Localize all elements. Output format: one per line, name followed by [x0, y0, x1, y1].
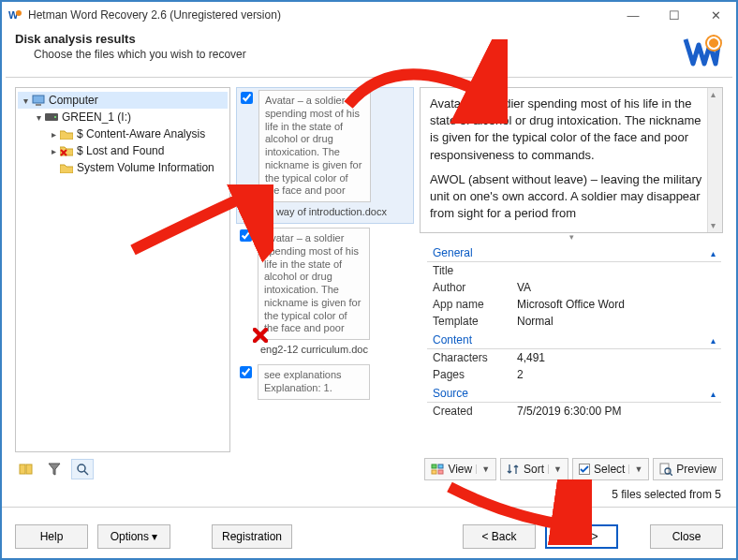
- back-button[interactable]: < Back: [463, 524, 536, 549]
- page-header: Disk analysis results Choose the files w…: [2, 28, 736, 77]
- computer-icon: [31, 94, 46, 107]
- tree-node-sysvol[interactable]: System Volume Information: [18, 159, 228, 176]
- svg-point-2: [16, 10, 22, 16]
- tree-node-content-aware[interactable]: ▸ $ Content-Aware Analysis: [18, 125, 228, 142]
- close-window-button[interactable]: ✕: [695, 2, 736, 28]
- svg-rect-14: [432, 470, 436, 474]
- preview-icon: [659, 463, 672, 476]
- titlebar: W Hetman Word Recovery 2.6 (Unregistered…: [2, 2, 736, 28]
- svg-point-7: [54, 116, 56, 118]
- tree-label: GREEN_1 (I:): [62, 111, 131, 124]
- view-icon: [431, 464, 444, 475]
- file-checkbox[interactable]: [240, 366, 252, 378]
- file-item[interactable]: Avatar – a soldier spending most of his …: [236, 87, 414, 224]
- view-button[interactable]: View▼: [424, 458, 496, 480]
- minimize-button[interactable]: —: [613, 2, 654, 28]
- svg-rect-13: [438, 464, 443, 468]
- folder-tree[interactable]: ▾ Computer ▾ GREEN_1 (I:) ▸ $ Content-Aw…: [15, 87, 230, 452]
- file-checkbox[interactable]: [241, 92, 253, 104]
- properties-panel: General▴ Title AuthorVA App nameMicrosof…: [420, 241, 723, 452]
- options-button[interactable]: Options ▾: [97, 524, 170, 549]
- file-name: eng2-12 curriculum.doc: [240, 344, 368, 355]
- tree-node-computer[interactable]: ▾ Computer: [18, 92, 228, 109]
- status-text: 5 files selected from 5: [2, 482, 736, 503]
- deleted-overlay-icon: [254, 190, 269, 205]
- app-icon: W: [7, 7, 22, 22]
- tree-label: $ Lost and Found: [77, 144, 164, 157]
- sort-icon: [507, 463, 520, 476]
- file-checkbox[interactable]: [240, 229, 252, 242]
- drive-icon: [44, 111, 59, 124]
- svg-line-11: [84, 471, 88, 475]
- button-label: View: [448, 463, 472, 476]
- button-label: Select: [594, 463, 625, 476]
- svg-rect-8: [20, 464, 25, 474]
- preview-paragraph: Avatar – a soldier spending most of his …: [430, 96, 705, 164]
- deleted-folder-icon: [59, 144, 74, 157]
- folder-icon: [59, 161, 74, 174]
- preview-paragraph: AWOL (absent without leave) – leaving th…: [430, 171, 705, 223]
- tree-label: Computer: [49, 94, 98, 107]
- file-thumbnail: Avatar – a soldier spending most of his …: [258, 90, 371, 202]
- page-title: Disk analysis results: [15, 32, 682, 46]
- prop-created: Created7/5/2019 6:30:00 PM: [427, 403, 721, 420]
- icon-button-a[interactable]: [15, 459, 37, 479]
- document-preview[interactable]: Avatar – a soldier spending most of his …: [420, 87, 723, 233]
- file-thumbnail: Avatar – a soldier spending most of his …: [258, 228, 370, 340]
- section-content[interactable]: Content▴: [427, 330, 721, 349]
- search-icon[interactable]: [71, 459, 94, 479]
- maximize-button[interactable]: ☐: [654, 2, 695, 28]
- thumbnail-text: Avatar – a soldier spending most of his …: [265, 95, 362, 196]
- app-logo-icon: [682, 32, 723, 69]
- file-thumbnail: see explanations Explanation: 1.: [258, 364, 370, 400]
- preview-button[interactable]: Preview: [653, 458, 723, 480]
- folder-icon: [59, 127, 74, 140]
- section-source[interactable]: Source▴: [427, 383, 721, 403]
- next-button[interactable]: Next >: [545, 524, 618, 549]
- button-label: Sort: [524, 463, 544, 476]
- prop-author: AuthorVA: [427, 279, 721, 296]
- thumbnail-text: Avatar – a soldier spending most of his …: [264, 232, 361, 333]
- window-title: Hetman Word Recovery 2.6 (Unregistered v…: [28, 8, 613, 22]
- sort-button[interactable]: Sort▼: [500, 458, 568, 480]
- svg-rect-5: [36, 104, 41, 106]
- tree-label: System Volume Information: [77, 161, 214, 174]
- splitter-handle[interactable]: ▾: [420, 233, 723, 241]
- svg-rect-4: [33, 96, 44, 103]
- prop-pages: Pages2: [427, 366, 721, 383]
- section-general[interactable]: General▴: [427, 243, 721, 262]
- svg-line-19: [670, 473, 672, 476]
- prop-app: App nameMicrosoft Office Word: [427, 296, 721, 313]
- preview-scrollbar[interactable]: [707, 88, 722, 232]
- select-button[interactable]: Select▼: [572, 458, 649, 480]
- file-item[interactable]: see explanations Explanation: 1.: [236, 362, 414, 405]
- help-button[interactable]: Help: [15, 524, 88, 549]
- file-name: By way of introduction.docx: [241, 206, 387, 217]
- tree-label: $ Content-Aware Analysis: [77, 127, 205, 140]
- registration-button[interactable]: Registration: [212, 524, 292, 549]
- prop-title: Title: [427, 262, 721, 279]
- filter-icon[interactable]: [43, 459, 66, 479]
- page-subtitle: Choose the files which you wish to recov…: [15, 48, 682, 61]
- file-item[interactable]: Avatar – a soldier spending most of his …: [236, 226, 414, 361]
- thumbnail-text: see explanations Explanation: 1.: [264, 369, 342, 393]
- close-button[interactable]: Close: [650, 524, 723, 549]
- file-list[interactable]: Avatar – a soldier spending most of his …: [236, 87, 414, 452]
- button-label: Preview: [676, 463, 716, 476]
- checkbox-icon: [579, 464, 590, 475]
- tree-node-drive[interactable]: ▾ GREEN_1 (I:): [18, 109, 228, 125]
- svg-rect-12: [432, 464, 436, 468]
- tree-node-lost-found[interactable]: ▸ $ Lost and Found: [18, 142, 228, 159]
- svg-rect-9: [26, 464, 32, 474]
- deleted-overlay-icon: [253, 328, 268, 343]
- prop-characters: Characters4,491: [427, 349, 721, 366]
- svg-point-10: [78, 464, 85, 472]
- svg-rect-15: [438, 470, 443, 474]
- prop-template: TemplateNormal: [427, 313, 721, 330]
